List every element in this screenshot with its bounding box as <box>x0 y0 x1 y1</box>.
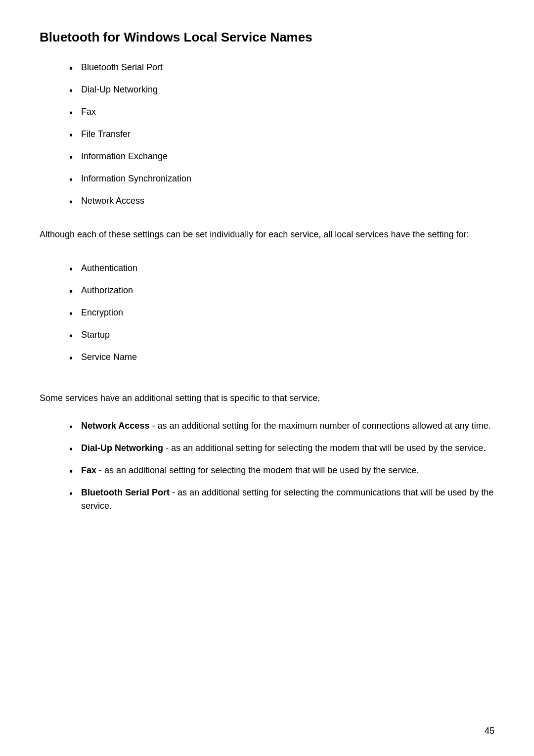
page-number: 45 <box>485 726 494 736</box>
list-item: Information Exchange <box>69 150 494 163</box>
paragraph-1: Although each of these settings can be s… <box>40 227 494 242</box>
page-container: Bluetooth for Windows Local Service Name… <box>0 0 534 562</box>
list-item: Encryption <box>69 306 494 319</box>
item-text: - as an additional setting for selecting… <box>163 443 486 453</box>
list-item: Information Synchronization <box>69 172 494 185</box>
list-item: Bluetooth Serial Port - as an additional… <box>69 486 494 513</box>
list-item: Startup <box>69 328 494 342</box>
bold-label: Bluetooth Serial Port <box>81 488 170 497</box>
settings-list: Authentication Authorization Encryption … <box>69 262 494 364</box>
service-names-list: Bluetooth Serial Port Dial-Up Networking… <box>69 61 494 208</box>
bold-label: Dial-Up Networking <box>81 443 163 453</box>
list-item: Network Access <box>69 194 494 208</box>
list-item: Authentication <box>69 262 494 275</box>
list-item: File Transfer <box>69 128 494 141</box>
paragraph-2: Some services have an additional setting… <box>40 391 494 405</box>
list-item: Dial-Up Networking - as an additional se… <box>69 442 494 455</box>
page-title: Bluetooth for Windows Local Service Name… <box>40 30 494 45</box>
item-text: - as an additional setting for the maxim… <box>149 421 490 431</box>
bold-label: Fax <box>81 465 96 475</box>
additional-settings-list: Network Access - as an additional settin… <box>69 419 494 513</box>
list-item: Dial-Up Networking <box>69 83 494 96</box>
item-text: - as an additional setting for selecting… <box>96 465 419 475</box>
list-item: Fax <box>69 105 494 119</box>
list-item: Service Name <box>69 351 494 364</box>
list-item: Authorization <box>69 284 494 297</box>
bold-label: Network Access <box>81 421 149 431</box>
list-item: Bluetooth Serial Port <box>69 61 494 74</box>
list-item: Network Access - as an additional settin… <box>69 419 494 433</box>
list-item: Fax - as an additional setting for selec… <box>69 464 494 477</box>
